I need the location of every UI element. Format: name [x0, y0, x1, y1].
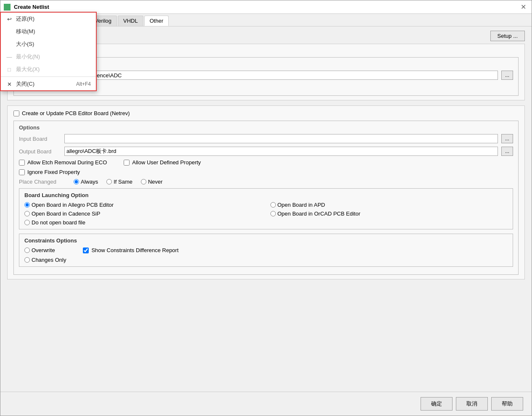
- input-board-browse[interactable]: ...: [501, 134, 513, 143]
- netrev-options-sub: Options Input Board ... Output Board ...…: [13, 121, 519, 275]
- create-update-label: Create or Update PCB Editor Board (Netre…: [22, 110, 130, 116]
- place-changed-row: Place Changed Always If Same Never: [19, 179, 513, 185]
- restore-icon: ↩: [6, 16, 13, 22]
- window-title: Create Netlist: [14, 4, 518, 10]
- ctx-move-label: 移动(M): [16, 28, 35, 35]
- tab-other[interactable]: Other: [144, 16, 169, 26]
- maximize-icon: □: [6, 66, 13, 73]
- create-update-section: Create or Update PCB Editor Board (Netre…: [7, 105, 525, 279]
- open-orcad-radio[interactable]: [270, 211, 276, 216]
- place-always-option: Always: [74, 179, 98, 185]
- ctx-close-label: 关闭(C): [16, 80, 34, 88]
- open-allegro-label: Open Board in Allegro PCB Editor: [32, 202, 114, 208]
- allow-etch-checkbox[interactable]: [19, 160, 25, 166]
- no-open-radio[interactable]: [24, 220, 30, 225]
- place-never-label: Never: [148, 179, 163, 185]
- board-launching-group: Board Launching Option Open Board in All…: [19, 188, 513, 229]
- etch-property-row: Allow Etch Removal During ECO Allow User…: [19, 159, 513, 166]
- ctx-restore-label: 还原(R): [16, 15, 34, 23]
- place-changed-radio-group: Always If Same Never: [74, 179, 163, 185]
- constraints-content: Overwrite Changes Only Show Constraints …: [24, 247, 508, 263]
- tab-vhdl[interactable]: VHDL: [118, 16, 143, 26]
- constraints-options-group: Constraints Options Overwrite Changes On…: [19, 234, 513, 267]
- window-icon: [4, 4, 11, 11]
- show-constraints-col: Show Constraints Difference Report: [83, 247, 178, 256]
- footer: 确定 取消 帮助: [0, 392, 532, 416]
- overwrite-radio[interactable]: [24, 247, 30, 253]
- create-update-row: Create or Update PCB Editor Board (Netre…: [13, 110, 519, 116]
- ctx-size[interactable]: 大小(S): [1, 38, 96, 50]
- changes-only-radio[interactable]: [24, 257, 30, 263]
- allow-etch-row: Allow Etch Removal During ECO: [19, 159, 107, 166]
- open-apd-label: Open Board in APD: [278, 202, 325, 208]
- changes-only-label: Changes Only: [32, 257, 66, 263]
- netlist-files-input[interactable]: [64, 71, 498, 80]
- ctx-move[interactable]: 移动(M): [1, 25, 96, 38]
- ctx-close[interactable]: ✕ 关闭(C) Alt+F4: [1, 76, 96, 90]
- setup-button[interactable]: Setup ...: [490, 31, 525, 41]
- place-ifsame-radio[interactable]: [106, 179, 112, 184]
- output-board-browse[interactable]: ...: [501, 147, 513, 156]
- close-ctx-icon: ✕: [6, 81, 13, 87]
- allow-user-defined-label: Allow User Defined Property: [132, 159, 201, 166]
- ctx-maximize: □ 最大化(X): [1, 63, 96, 76]
- board-launching-title: Board Launching Option: [24, 192, 508, 198]
- output-board-input[interactable]: [64, 147, 498, 156]
- ok-button[interactable]: 确定: [421, 397, 453, 411]
- constraints-radio-col: Overwrite Changes Only: [24, 247, 66, 263]
- context-menu: ↩ 还原(R) 移动(M) 大小(S) — 最小化(N) □ 最大化(X) ✕ …: [0, 12, 97, 91]
- show-constraints-checkbox[interactable]: [83, 247, 89, 253]
- board-launching-options: Open Board in Allegro PCB Editor Open Bo…: [24, 202, 508, 226]
- no-open-option: Do not open board file: [24, 219, 262, 226]
- ctx-close-shortcut: Alt+F4: [76, 81, 91, 87]
- allow-etch-label: Allow Etch Removal During ECO: [27, 159, 107, 166]
- ctx-minimize-label: 最小化(N): [16, 53, 40, 61]
- output-board-label: Output Board: [19, 148, 61, 155]
- ignore-fixed-label: Ignore Fixed Property: [27, 169, 80, 175]
- place-always-radio[interactable]: [74, 179, 79, 184]
- show-constraints-label: Show Constraints Difference Report: [91, 247, 178, 253]
- ignore-fixed-row: Ignore Fixed Property: [19, 169, 513, 175]
- open-apd-radio[interactable]: [270, 202, 276, 208]
- ctx-maximize-label: 最大化(X): [16, 66, 40, 73]
- open-sip-label: Open Board in Cadence SiP: [32, 211, 100, 217]
- minimize-icon: —: [6, 54, 13, 60]
- show-constraints-row: Show Constraints Difference Report: [83, 247, 178, 253]
- open-allegro-radio[interactable]: [24, 202, 30, 208]
- open-sip-radio[interactable]: [24, 211, 30, 216]
- netrev-options-title: Options: [19, 124, 513, 131]
- ignore-fixed-checkbox[interactable]: [19, 169, 25, 175]
- create-update-checkbox[interactable]: [13, 111, 19, 116]
- open-sip-option: Open Board in Cadence SiP: [24, 211, 262, 217]
- place-ifsame-label: If Same: [114, 179, 132, 185]
- open-orcad-option: Open Board in OrCAD PCB Editor: [270, 211, 508, 217]
- open-allegro-option: Open Board in Allegro PCB Editor: [24, 202, 262, 208]
- place-never-radio[interactable]: [141, 179, 146, 184]
- ctx-size-label: 大小(S): [16, 40, 34, 48]
- no-open-label: Do not open board file: [32, 219, 85, 226]
- allow-user-defined-checkbox[interactable]: [124, 160, 130, 166]
- open-apd-option: Open Board in APD: [270, 202, 508, 208]
- ctx-minimize: — 最小化(N): [1, 50, 96, 63]
- close-button[interactable]: ✕: [518, 2, 528, 12]
- place-ifsame-option: If Same: [106, 179, 132, 185]
- input-board-row: Input Board ...: [19, 134, 513, 143]
- allow-user-defined-row: Allow User Defined Property: [124, 159, 201, 166]
- input-board-label: Input Board: [19, 136, 61, 142]
- changes-only-option: Changes Only: [24, 257, 66, 263]
- open-orcad-label: Open Board in OrCAD PCB Editor: [278, 211, 360, 217]
- netlist-files-browse[interactable]: ...: [501, 71, 513, 80]
- place-changed-label: Place Changed: [19, 179, 65, 185]
- constraints-options-title: Constraints Options: [24, 237, 508, 244]
- overwrite-label: Overwrite: [32, 247, 55, 253]
- cancel-button[interactable]: 取消: [456, 397, 488, 411]
- help-button[interactable]: 帮助: [491, 397, 523, 411]
- input-board-input[interactable]: [64, 134, 498, 143]
- place-never-option: Never: [141, 179, 163, 185]
- overwrite-option: Overwrite: [24, 247, 66, 253]
- ctx-restore[interactable]: ↩ 还原(R): [1, 13, 96, 25]
- output-board-row: Output Board ...: [19, 147, 513, 156]
- place-always-label: Always: [81, 179, 98, 185]
